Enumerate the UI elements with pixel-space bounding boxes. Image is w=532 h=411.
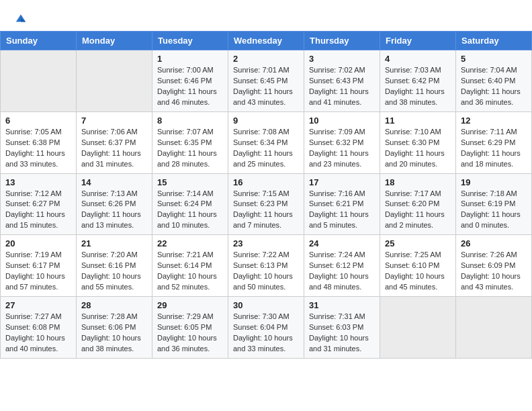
day-number: 10	[309, 116, 375, 126]
day-number: 7	[81, 116, 147, 126]
day-cell	[456, 297, 532, 359]
day-cell: 2Sunrise: 7:01 AMSunset: 6:45 PMDaylight…	[228, 50, 304, 112]
day-info: Sunrise: 7:25 AMSunset: 6:10 PMDaylight:…	[385, 250, 451, 293]
logo-icon	[15, 12, 27, 24]
weekday-header-sunday: Sunday	[1, 32, 77, 50]
day-cell: 25Sunrise: 7:25 AMSunset: 6:10 PMDayligh…	[380, 235, 456, 297]
weekday-header-friday: Friday	[380, 32, 456, 50]
day-number: 15	[157, 177, 223, 187]
day-cell: 1Sunrise: 7:00 AMSunset: 6:46 PMDaylight…	[152, 50, 228, 112]
page-header	[0, 0, 532, 31]
day-info: Sunrise: 7:04 AMSunset: 6:40 PMDaylight:…	[461, 65, 527, 108]
calendar-table: SundayMondayTuesdayWednesdayThursdayFrid…	[0, 31, 532, 359]
day-cell	[380, 297, 456, 359]
day-info: Sunrise: 7:21 AMSunset: 6:14 PMDaylight:…	[157, 250, 223, 293]
day-number: 18	[385, 177, 451, 187]
day-info: Sunrise: 7:00 AMSunset: 6:46 PMDaylight:…	[157, 65, 223, 108]
day-cell: 7Sunrise: 7:06 AMSunset: 6:37 PMDaylight…	[77, 111, 152, 173]
day-number: 9	[233, 116, 299, 126]
day-info: Sunrise: 7:01 AMSunset: 6:45 PMDaylight:…	[233, 65, 299, 108]
day-number: 25	[385, 238, 451, 248]
day-number: 1	[157, 54, 223, 64]
day-info: Sunrise: 7:30 AMSunset: 6:04 PMDaylight:…	[233, 312, 299, 355]
day-cell: 4Sunrise: 7:03 AMSunset: 6:42 PMDaylight…	[380, 50, 456, 112]
day-cell	[77, 50, 152, 112]
day-info: Sunrise: 7:15 AMSunset: 6:23 PMDaylight:…	[233, 189, 299, 232]
day-number: 2	[233, 54, 299, 64]
day-number: 24	[309, 238, 375, 248]
day-info: Sunrise: 7:11 AMSunset: 6:29 PMDaylight:…	[461, 127, 527, 170]
day-number: 23	[233, 238, 299, 248]
day-cell: 28Sunrise: 7:28 AMSunset: 6:06 PMDayligh…	[77, 297, 152, 359]
weekday-header-saturday: Saturday	[456, 32, 532, 50]
day-info: Sunrise: 7:24 AMSunset: 6:12 PMDaylight:…	[309, 250, 375, 293]
day-info: Sunrise: 7:06 AMSunset: 6:37 PMDaylight:…	[81, 127, 147, 170]
day-cell: 27Sunrise: 7:27 AMSunset: 6:08 PMDayligh…	[1, 297, 77, 359]
day-cell: 12Sunrise: 7:11 AMSunset: 6:29 PMDayligh…	[456, 111, 532, 173]
day-cell: 23Sunrise: 7:22 AMSunset: 6:13 PMDayligh…	[228, 235, 304, 297]
day-info: Sunrise: 7:17 AMSunset: 6:20 PMDaylight:…	[385, 189, 451, 232]
day-cell: 22Sunrise: 7:21 AMSunset: 6:14 PMDayligh…	[152, 235, 228, 297]
day-number: 27	[5, 300, 71, 310]
day-number: 26	[461, 238, 527, 248]
week-row-1: 1Sunrise: 7:00 AMSunset: 6:46 PMDaylight…	[1, 50, 532, 112]
day-cell: 30Sunrise: 7:30 AMSunset: 6:04 PMDayligh…	[228, 297, 304, 359]
day-info: Sunrise: 7:22 AMSunset: 6:13 PMDaylight:…	[233, 250, 299, 293]
day-info: Sunrise: 7:05 AMSunset: 6:38 PMDaylight:…	[5, 127, 71, 170]
day-info: Sunrise: 7:20 AMSunset: 6:16 PMDaylight:…	[81, 250, 147, 293]
week-row-5: 27Sunrise: 7:27 AMSunset: 6:08 PMDayligh…	[1, 297, 532, 359]
day-number: 20	[5, 238, 71, 248]
day-info: Sunrise: 7:27 AMSunset: 6:08 PMDaylight:…	[5, 312, 71, 355]
day-info: Sunrise: 7:19 AMSunset: 6:17 PMDaylight:…	[5, 250, 71, 293]
day-number: 31	[309, 300, 375, 310]
day-info: Sunrise: 7:29 AMSunset: 6:05 PMDaylight:…	[157, 312, 223, 355]
day-cell: 14Sunrise: 7:13 AMSunset: 6:26 PMDayligh…	[77, 173, 152, 235]
logo	[13, 12, 27, 24]
day-number: 22	[157, 238, 223, 248]
day-number: 30	[233, 300, 299, 310]
day-info: Sunrise: 7:03 AMSunset: 6:42 PMDaylight:…	[385, 65, 451, 108]
day-cell: 16Sunrise: 7:15 AMSunset: 6:23 PMDayligh…	[228, 173, 304, 235]
week-row-3: 13Sunrise: 7:12 AMSunset: 6:27 PMDayligh…	[1, 173, 532, 235]
day-cell: 6Sunrise: 7:05 AMSunset: 6:38 PMDaylight…	[1, 111, 77, 173]
day-info: Sunrise: 7:09 AMSunset: 6:32 PMDaylight:…	[309, 127, 375, 170]
day-cell: 11Sunrise: 7:10 AMSunset: 6:30 PMDayligh…	[380, 111, 456, 173]
day-number: 12	[461, 116, 527, 126]
day-cell: 8Sunrise: 7:07 AMSunset: 6:35 PMDaylight…	[152, 111, 228, 173]
day-info: Sunrise: 7:16 AMSunset: 6:21 PMDaylight:…	[309, 189, 375, 232]
day-cell: 18Sunrise: 7:17 AMSunset: 6:20 PMDayligh…	[380, 173, 456, 235]
day-number: 19	[461, 177, 527, 187]
day-number: 16	[233, 177, 299, 187]
week-row-2: 6Sunrise: 7:05 AMSunset: 6:38 PMDaylight…	[1, 111, 532, 173]
day-info: Sunrise: 7:13 AMSunset: 6:26 PMDaylight:…	[81, 189, 147, 232]
day-info: Sunrise: 7:12 AMSunset: 6:27 PMDaylight:…	[5, 189, 71, 232]
day-info: Sunrise: 7:18 AMSunset: 6:19 PMDaylight:…	[461, 189, 527, 232]
day-number: 14	[81, 177, 147, 187]
day-cell: 24Sunrise: 7:24 AMSunset: 6:12 PMDayligh…	[304, 235, 380, 297]
day-info: Sunrise: 7:26 AMSunset: 6:09 PMDaylight:…	[461, 250, 527, 293]
day-info: Sunrise: 7:14 AMSunset: 6:24 PMDaylight:…	[157, 189, 223, 232]
day-number: 5	[461, 54, 527, 64]
day-number: 6	[5, 116, 71, 126]
day-info: Sunrise: 7:02 AMSunset: 6:43 PMDaylight:…	[309, 65, 375, 108]
weekday-header-row: SundayMondayTuesdayWednesdayThursdayFrid…	[1, 32, 532, 50]
day-cell: 5Sunrise: 7:04 AMSunset: 6:40 PMDaylight…	[456, 50, 532, 112]
weekday-header-tuesday: Tuesday	[152, 32, 228, 50]
day-info: Sunrise: 7:08 AMSunset: 6:34 PMDaylight:…	[233, 127, 299, 170]
day-cell: 21Sunrise: 7:20 AMSunset: 6:16 PMDayligh…	[77, 235, 152, 297]
day-number: 29	[157, 300, 223, 310]
day-number: 8	[157, 116, 223, 126]
day-cell: 29Sunrise: 7:29 AMSunset: 6:05 PMDayligh…	[152, 297, 228, 359]
day-cell: 13Sunrise: 7:12 AMSunset: 6:27 PMDayligh…	[1, 173, 77, 235]
day-cell: 31Sunrise: 7:31 AMSunset: 6:03 PMDayligh…	[304, 297, 380, 359]
day-cell: 19Sunrise: 7:18 AMSunset: 6:19 PMDayligh…	[456, 173, 532, 235]
day-number: 3	[309, 54, 375, 64]
day-number: 11	[385, 116, 451, 126]
day-number: 13	[5, 177, 71, 187]
day-info: Sunrise: 7:07 AMSunset: 6:35 PMDaylight:…	[157, 127, 223, 170]
weekday-header-thursday: Thursday	[304, 32, 380, 50]
day-cell: 26Sunrise: 7:26 AMSunset: 6:09 PMDayligh…	[456, 235, 532, 297]
day-info: Sunrise: 7:31 AMSunset: 6:03 PMDaylight:…	[309, 312, 375, 355]
day-cell: 20Sunrise: 7:19 AMSunset: 6:17 PMDayligh…	[1, 235, 77, 297]
week-row-4: 20Sunrise: 7:19 AMSunset: 6:17 PMDayligh…	[1, 235, 532, 297]
